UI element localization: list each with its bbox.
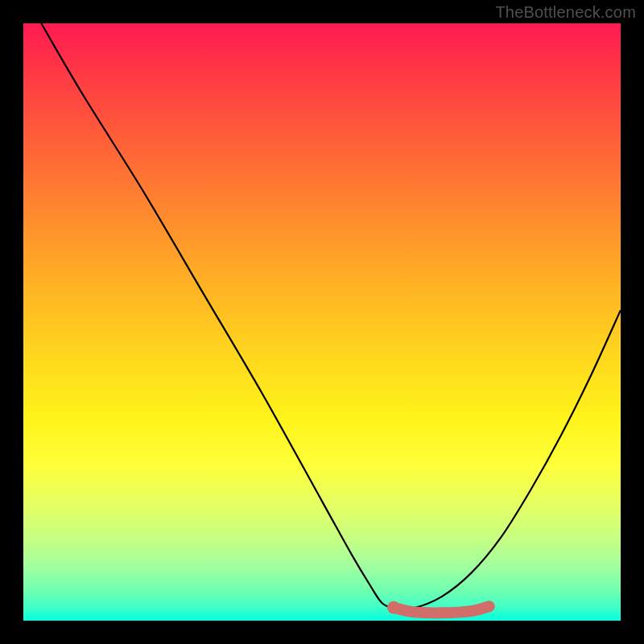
left-descending-curve xyxy=(41,23,394,609)
right-ascending-curve xyxy=(394,310,621,609)
optimal-marker-band xyxy=(394,606,489,613)
watermark-text: TheBottleneck.com xyxy=(495,3,636,22)
optimal-start-dot xyxy=(387,601,400,614)
plot-area xyxy=(23,23,621,621)
chart-svg xyxy=(23,23,621,621)
chart-frame: TheBottleneck.com xyxy=(0,0,644,644)
